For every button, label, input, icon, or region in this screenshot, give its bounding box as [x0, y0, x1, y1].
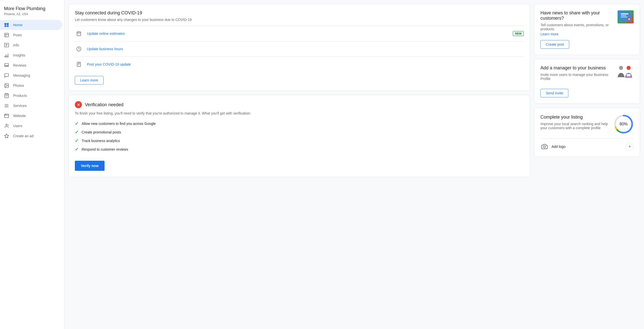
left-column: Stay connected during COVID-19 Let custo…	[69, 4, 530, 325]
insights-icon	[4, 53, 9, 58]
svg-rect-1	[7, 23, 9, 25]
svg-rect-44	[628, 18, 630, 20]
sidebar-item-website[interactable]: Website	[0, 111, 62, 121]
benefit-item: ✓Allow new customers to find you across …	[75, 119, 524, 128]
svg-rect-48	[627, 74, 631, 76]
svg-rect-2	[5, 25, 7, 27]
svg-rect-40	[621, 13, 628, 14]
calendar-icon	[75, 30, 83, 38]
sidebar-item-users[interactable]: Users	[0, 121, 62, 131]
news-learn-more-link[interactable]: Learn more	[540, 32, 559, 36]
sidebar-item-home-label: Home	[13, 23, 22, 27]
manager-illustration	[616, 63, 636, 86]
add-logo-label: Add logo	[552, 145, 565, 149]
sidebar-item-users-label: Users	[13, 124, 22, 128]
business-location: Phoenix, AZ, USA	[0, 12, 64, 20]
add-logo-row: Add logo +	[540, 138, 634, 151]
progress-percentage: 80%	[620, 122, 628, 126]
benefit-item: ✓Create promotional posts	[75, 128, 524, 136]
messaging-icon	[4, 73, 9, 78]
business-name: More Flow Plumbing	[0, 4, 64, 12]
listing-title: Complete your listing	[540, 115, 609, 120]
sidebar-item-messaging[interactable]: Messaging	[0, 70, 62, 80]
svg-rect-3	[7, 25, 9, 27]
add-logo-button[interactable]: +	[626, 143, 634, 151]
create-ad-icon	[4, 133, 9, 139]
verification-benefits-list: ✓Allow new customers to find you across …	[75, 119, 524, 154]
sidebar-item-posts-label: Posts	[13, 33, 22, 37]
covid-action-estimates: Update online estimates NEW	[75, 26, 524, 41]
add-logo-left: Add logo	[540, 143, 565, 151]
svg-rect-42	[621, 17, 627, 17]
reviews-icon	[4, 63, 9, 68]
update-hours-link[interactable]: Update business hours	[87, 47, 524, 51]
send-invite-button[interactable]: Send invite	[540, 89, 568, 97]
svg-rect-49	[625, 77, 632, 78]
verify-now-button[interactable]: Verify now	[75, 161, 105, 171]
sidebar-item-services[interactable]: Services	[0, 101, 62, 111]
sidebar-item-reviews-label: Reviews	[13, 63, 26, 67]
svg-rect-4	[5, 33, 9, 37]
sidebar-item-posts[interactable]: Posts	[0, 30, 62, 40]
svg-rect-0	[5, 23, 7, 25]
clock-icon	[75, 45, 83, 53]
sidebar-item-insights-label: Insights	[13, 53, 25, 57]
sidebar-item-products-label: Products	[13, 94, 27, 98]
sidebar-item-messaging-label: Messaging	[13, 73, 30, 77]
news-card: Have news to share with your customers? …	[534, 4, 640, 55]
sidebar: More Flow Plumbing Phoenix, AZ, USA Home…	[0, 0, 65, 329]
post-covid-update-link[interactable]: Post your COVID-19 update	[87, 62, 524, 66]
services-icon	[4, 103, 9, 108]
news-card-text: Have news to share with your customers? …	[540, 10, 618, 36]
document-icon	[75, 60, 83, 68]
svg-point-45	[619, 66, 623, 70]
svg-rect-23	[5, 114, 9, 117]
sidebar-item-create-ad-label: Create an ad	[13, 134, 34, 138]
check-icon: ✓	[75, 147, 79, 152]
info-icon	[4, 43, 9, 48]
sidebar-item-create-ad[interactable]: Create an ad	[0, 131, 62, 141]
sidebar-item-services-label: Services	[13, 104, 27, 108]
covid-action-update: Post your COVID-19 update	[75, 57, 524, 72]
svg-point-18	[6, 85, 6, 85]
verification-title: Verification needed	[85, 102, 123, 107]
sidebar-item-insights[interactable]: Insights	[0, 50, 62, 60]
news-subtitle: Tell customers about events, promotions,…	[540, 23, 618, 31]
error-shield-icon: ✕	[75, 101, 82, 108]
svg-point-46	[627, 66, 631, 70]
covid-title: Stay connected during COVID-19	[75, 10, 524, 16]
posts-icon	[4, 33, 9, 38]
progress-circle: 80%	[614, 114, 634, 134]
benefit-item: ✓Respond to customer reviews	[75, 145, 524, 154]
covid-action-hours: Update business hours	[75, 41, 524, 57]
create-post-button[interactable]: Create post	[540, 40, 569, 49]
listing-card: Complete your listing Improve your local…	[534, 108, 640, 157]
sidebar-item-home[interactable]: Home	[0, 20, 62, 30]
sidebar-item-photos[interactable]: Photos	[0, 80, 62, 91]
svg-rect-30	[77, 32, 81, 36]
news-title: Have news to share with your customers?	[540, 10, 618, 21]
products-icon	[4, 93, 9, 98]
check-icon: ✓	[75, 121, 79, 126]
svg-rect-41	[621, 15, 626, 16]
covid-learn-more-button[interactable]: Learn more	[75, 76, 104, 85]
users-icon	[4, 123, 9, 128]
covid-card: Stay connected during COVID-19 Let custo…	[69, 4, 530, 91]
svg-point-26	[6, 124, 8, 126]
manager-card: Add a manager to your business Invite mo…	[534, 59, 640, 104]
check-icon: ✓	[75, 129, 79, 135]
home-icon	[4, 22, 9, 28]
sidebar-item-products[interactable]: Products	[0, 91, 62, 101]
photos-icon	[4, 83, 9, 88]
check-icon: ✓	[75, 138, 79, 144]
news-illustration	[618, 10, 634, 23]
news-card-header: Have news to share with your customers? …	[540, 10, 634, 36]
update-estimates-link[interactable]: Update online estimates	[87, 32, 509, 36]
svg-point-54	[543, 146, 545, 148]
new-badge: NEW	[513, 31, 524, 36]
main-content: Stay connected during COVID-19 Let custo…	[65, 0, 644, 329]
sidebar-item-info[interactable]: Info	[0, 40, 62, 50]
sidebar-item-reviews[interactable]: Reviews	[0, 60, 62, 70]
camera-icon	[540, 143, 549, 151]
verification-description: To finish your free listing, you'll need…	[75, 111, 524, 115]
